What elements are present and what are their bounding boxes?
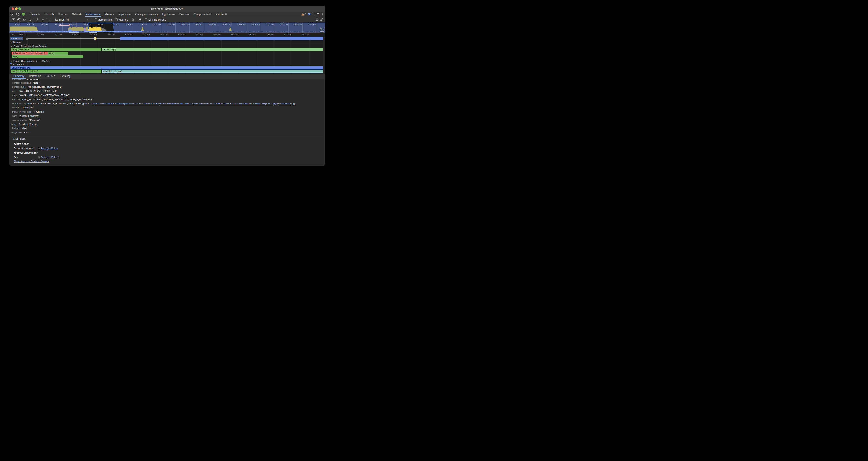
ruler-tick-label: 697 ms [240,33,256,36]
timeline-ruler[interactable]: ms 567 ms577 ms587 ms597 ms607 ms617 ms6… [9,32,325,37]
server-request-bar[interactable]: delay (deferred text) [11,48,101,51]
overview-tick-label: 2,197 ms [301,23,316,25]
collapse-icon[interactable] [11,46,12,47]
track-header-server-requests[interactable]: Server Requests — Custom [11,45,46,48]
record-button[interactable] [16,18,21,22]
tab-network[interactable]: Network [70,11,84,17]
dim-3rd-parties-checkbox-group[interactable]: Dim 3rd parties [145,18,166,21]
network-selected-marker[interactable] [94,37,96,40]
expand-icon[interactable] [11,38,12,39]
expand-icon[interactable] [11,41,12,43]
summary-pane[interactable]: connection"keep-alive"content-encoding"g… [9,79,323,135]
server-request-bar[interactable]: delay [48,52,68,55]
summary-key: nel [12,98,16,101]
summary-value: "cloudflare" [21,106,34,109]
tab-performance[interactable]: Performance [84,11,102,17]
frame-source-link[interactable]: App.js:190:16 [41,156,59,159]
tab-profiler[interactable]: Profiler [214,11,229,17]
inspect-element-icon[interactable] [9,11,15,17]
selection-handle-right[interactable] [113,23,115,29]
server-request-bar[interactable]: delay [11,55,83,58]
server-component-bar[interactable]: await fetch (…/api) [102,70,323,73]
tab-label: Network [72,12,82,17]
screenshots-checkbox-group[interactable]: Screenshots [95,18,113,21]
messages-indicator[interactable]: 1 [308,13,312,16]
summary-value: "application/json; charset=utf-8" [28,86,62,88]
network-request-bar[interactable] [120,37,323,40]
network-track[interactable]: Network [9,37,325,40]
panel-settings-gear-icon[interactable]: ⚙ [316,18,318,22]
chevron-down-icon: ▼ [87,19,89,21]
drawer-tab-event-log[interactable]: Event log [58,74,73,79]
tab-recorder[interactable]: Recorder [177,11,192,17]
ruler-tick-label: 637 ms [134,33,150,36]
frame-source-link[interactable]: App.js:128:9 [41,147,58,150]
kebab-menu-icon[interactable]: ⋮ [321,12,323,16]
garbage-collect-icon[interactable] [130,18,135,22]
selection-handle-left[interactable] [88,23,89,29]
tab-lighthouse[interactable]: Lighthouse [160,11,177,17]
show-ignore-listed-link[interactable]: Show ignore-listed frames [14,160,321,163]
bar-label: delayedError (…ayed exception) [12,52,45,54]
stack-frame[interactable]: ServerComponent@App.js:128:9 [14,147,321,150]
bar-label: delay [12,55,18,58]
server-component-bar[interactable]: ServerComponent [10,66,323,69]
panel-tabs: ElementsConsoleSourcesNetworkPerformance… [28,11,229,17]
tab-components[interactable]: Components [192,11,214,17]
save-profile-icon[interactable] [40,18,45,22]
primary-group-label: Primary [16,63,24,66]
summary-key: x-powered-by [12,119,27,121]
tab-sources[interactable]: Sources [56,11,70,17]
server-component-bar[interactable]: await delay (deferred text) [11,70,101,73]
track-header-network[interactable]: Network [10,37,23,40]
device-toolbar-icon[interactable] [15,11,21,17]
clear-button[interactable]: ⊘ [27,18,32,22]
overview-tick-label: 1,897 ms [259,23,274,25]
drawer-tab-summary[interactable]: Summary [11,74,27,79]
ruler-tick-label: 657 ms [169,33,185,36]
settings-gear-icon[interactable]: ⚙ [317,12,319,16]
track-header-server-components[interactable]: Server Components — Custom [11,60,50,62]
track-header-timings[interactable]: Timings [11,41,21,44]
toggle-sidebar-icon[interactable] [11,18,16,22]
tabbar-right-controls: 1 1 ⚙ ⋮ [301,11,325,17]
track-header-primary[interactable]: Primary [13,63,24,66]
help-icon[interactable]: ? [320,18,323,21]
screenshots-label: Screenshots [98,18,113,21]
tab-label: Memory [105,12,114,17]
home-button[interactable]: ⌂ [48,18,53,22]
react-devtools-icon[interactable] [21,11,26,17]
summary-row: nel"{\"report_to\":\"cf-nel\",\"success_… [9,97,323,102]
stack-frame[interactable]: App@App.js:190:16 [14,156,321,159]
toolbar-right-controls: ⚙ ? [316,18,324,22]
collapse-icon[interactable] [11,60,12,62]
drawer-tab-bottom-up[interactable]: Bottom-up [27,74,43,79]
timeline-overview[interactable]: 97 ms197 ms297 ms397 ms497 ms597 ms697 m… [9,23,325,32]
tab-console[interactable]: Console [42,11,56,17]
overview-tick-label: 1,197 ms [160,23,175,25]
memory-checkbox-group[interactable]: Memory [115,18,128,21]
flame-chart[interactable]: Network Timings Server Requests — Custom… [9,37,325,74]
frame-at-symbol: @ [38,147,40,150]
overview-tick-label: 1,797 ms [245,23,259,25]
collapse-tracks-icon[interactable] [137,18,143,22]
tab-privacy-and-security[interactable]: Privacy and security [133,11,160,17]
history-select[interactable]: localhost #4 ▼ [54,18,90,22]
server-request-bar[interactable]: fetch (…/api) [102,48,323,51]
server-request-bar[interactable]: delayedError (…ayed exception) [11,52,48,55]
tab-elements[interactable]: Elements [28,11,42,17]
overview-tick-label: 1,697 ms [230,23,245,25]
tab-label: Elements [30,12,40,17]
report-to-link[interactable]: https://a.nel.cloudflare.com/report/v4?s… [92,102,291,105]
performance-toolbar: ↻ ⊘ ⌂ localhost #4 ▼ Screenshots Memory [9,17,325,23]
show-ignore-listed-label[interactable]: Show ignore-listed frames [14,160,49,163]
tab-application[interactable]: Application [116,11,133,17]
ruler-tick-label: 717 ms [276,33,291,36]
tab-label: Lighthouse [162,12,175,17]
collapse-icon[interactable] [13,64,14,65]
drawer-tab-call-tree[interactable]: Call tree [43,74,58,79]
tab-memory[interactable]: Memory [102,11,116,17]
record-and-reload-button[interactable]: ↻ [22,18,27,22]
warnings-indicator[interactable]: 1 [301,13,306,16]
load-profile-icon[interactable] [35,18,40,22]
